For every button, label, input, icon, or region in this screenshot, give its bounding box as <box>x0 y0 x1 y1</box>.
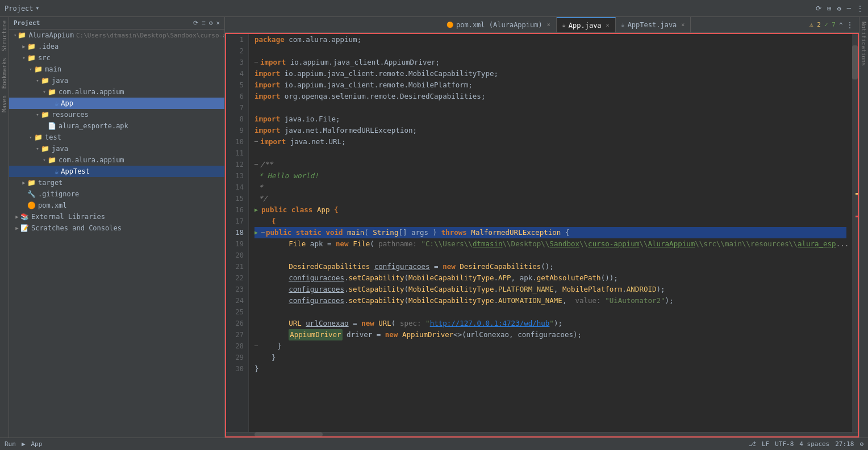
ln-6: 6 <box>231 91 244 102</box>
code-line-17: { <box>254 216 846 227</box>
tab-apptest-close[interactable]: × <box>681 22 685 28</box>
expand-idea: ▶ <box>20 44 27 49</box>
code-line-16: ▶ public class App { <box>254 204 846 216</box>
sidebar-cog-icon[interactable]: ⚙ <box>209 19 213 27</box>
expand-main: ▾ <box>27 66 34 72</box>
expand-src: ▾ <box>20 55 27 61</box>
success-badge: ✓ 7 <box>824 21 836 28</box>
tab-bar-right: ⚠ 2 ✓ 7 ⌃ ⋮ <box>809 17 859 32</box>
maven-tab[interactable]: Maven <box>0 92 9 116</box>
tree-item-gitignore[interactable]: 🔧 .gitignore <box>9 188 224 200</box>
expand-test: ▾ <box>27 134 34 140</box>
tree-item-app[interactable]: ☕ App <box>9 98 224 109</box>
code-line-27: AppiumDriver driver = new AppiumDriver<>… <box>254 329 846 340</box>
code-line-23: configuracoes.setCapability(MobileCapabi… <box>254 284 846 295</box>
sync-icon[interactable]: ⟳ <box>816 5 821 12</box>
folder-icon-idea: 📁 <box>27 43 36 51</box>
ln-25: 25 <box>231 306 244 318</box>
folder-icon-com-alura: 📁 <box>48 88 56 96</box>
code-line-21: DesiredCapabilities configuracoes = new … <box>254 261 846 272</box>
run-arrow-18: ▶ <box>254 227 258 238</box>
project-dropdown-arrow[interactable]: ▾ <box>36 5 40 12</box>
ln-27: 27 <box>231 329 244 340</box>
test-label: test <box>45 133 61 141</box>
ln-12: 12 <box>231 159 244 170</box>
ln-23: 23 <box>231 284 244 295</box>
code-line-4: import io.appium.java_client.remote.Mobi… <box>254 68 846 79</box>
settings-bottom-icon[interactable]: ⚙ <box>859 440 863 448</box>
tab-app-close[interactable]: × <box>606 22 610 28</box>
vertical-scroll-thumb[interactable] <box>852 45 858 79</box>
tree-item-target[interactable]: ▶ 📁 target <box>9 177 224 188</box>
more-tabs-icon[interactable]: ⋮ <box>846 21 853 29</box>
vertical-scrollbar[interactable] <box>852 34 858 432</box>
git-branch-icon: ⎇ <box>749 440 756 448</box>
code-line-8: import java.io.File; <box>254 113 846 125</box>
tree-item-test[interactable]: ▾ 📁 test <box>9 132 224 143</box>
encoding-label: UTF-8 <box>775 440 794 448</box>
notifications-tab[interactable]: Notifications <box>859 19 868 68</box>
tab-pom[interactable]: 🟠 pom.xml (AluraAppium) × <box>441 17 557 32</box>
tab-pom-close[interactable]: × <box>547 22 550 28</box>
app-label: App <box>61 99 73 107</box>
code-line-30: } <box>254 363 846 375</box>
code-line-13: * Hello world! <box>254 170 846 182</box>
target-label: target <box>38 179 62 187</box>
tree-item-resources[interactable]: ▾ 📁 resources <box>9 109 224 120</box>
bookmarks-tab[interactable]: Bookmarks <box>0 54 9 92</box>
tree-item-apk[interactable]: 📄 alura_esporte.apk <box>9 120 224 132</box>
sidebar-close-icon[interactable]: × <box>216 19 220 27</box>
code-line-24: configuracoes.setCapability(MobileCapabi… <box>254 295 846 306</box>
code-line-5: import io.appium.java_client.remote.Mobi… <box>254 79 846 91</box>
ln-2: 2 <box>231 45 244 57</box>
tree-item-main[interactable]: ▾ 📁 main <box>9 64 224 75</box>
ln-7: 7 <box>231 102 244 113</box>
structure-tab[interactable]: Structure <box>0 17 9 54</box>
ln-19: 19 <box>231 238 244 250</box>
tree-item-com-alura[interactable]: ▾ 📁 com.alura.appium <box>9 86 224 98</box>
expand-scratches: ▶ <box>14 225 20 231</box>
sidebar-sync-icon[interactable]: ⟳ <box>193 19 198 27</box>
expand-java: ▾ <box>34 78 41 83</box>
apptest-label: AppTest <box>61 167 90 175</box>
tree-item-root[interactable]: ▾ 📁 AluraAppium C:\Users\dtmasin\Desktop… <box>9 30 224 41</box>
code-line-7 <box>254 102 846 113</box>
main-label: main <box>45 65 61 73</box>
ln-9: 9 <box>231 125 244 136</box>
tree-item-idea[interactable]: ▶ 📁 .idea <box>9 41 224 52</box>
ln-5: 5 <box>231 79 244 91</box>
tree-item-scratches[interactable]: ▶ 📝 Scratches and Consoles <box>9 222 224 234</box>
file-icon-apptest: ☕ <box>55 167 59 175</box>
code-line-26: URL urlConexao = new URL( spec: "http://… <box>254 318 846 329</box>
tree-item-com-alura-test[interactable]: ▾ 📁 com.alura.appium <box>9 154 224 166</box>
folder-icon-resources: 📁 <box>41 111 49 119</box>
root-label: AluraAppium <box>28 31 73 39</box>
more-icon[interactable]: ⋮ <box>857 5 863 12</box>
right-sidebar: Notifications <box>859 17 868 438</box>
tree-item-src[interactable]: ▾ 📁 src <box>9 52 224 64</box>
expand-icon[interactable]: ⌃ <box>839 21 843 29</box>
top-bar: Project ▾ ⟳ ⊞ ⚙ ─ ⋮ <box>0 0 868 17</box>
tree-item-pom[interactable]: 🟠 pom.xml <box>9 200 224 211</box>
warnings-badge: ⚠ 2 <box>809 21 821 28</box>
gitignore-label: .gitignore <box>38 190 79 198</box>
file-icon-app: ☕ <box>55 99 59 107</box>
expand-com-alura-test: ▾ <box>41 157 48 163</box>
minimize-icon[interactable]: ─ <box>847 5 851 12</box>
tree-item-java-test[interactable]: ▾ 📁 java <box>9 143 224 154</box>
horizontal-scrollbar[interactable] <box>226 432 858 436</box>
tab-app[interactable]: ☕ App.java × <box>557 17 616 32</box>
horizontal-scroll-thumb[interactable] <box>254 432 323 436</box>
spaces-label: 4 spaces <box>799 440 829 448</box>
code-line-28: ─ } <box>254 340 846 352</box>
tab-bar: 🟠 pom.xml (AluraAppium) × ☕ App.java × ☕… <box>225 17 859 33</box>
tree-item-java[interactable]: ▾ 📁 java <box>9 75 224 86</box>
tab-apptest[interactable]: ☕ AppTest.java × <box>616 17 691 32</box>
tab-app-icon: ☕ <box>562 22 566 28</box>
settings-icon[interactable]: ⚙ <box>837 5 841 12</box>
layout-icon[interactable]: ⊞ <box>827 5 831 12</box>
sidebar-filter-icon[interactable]: ≡ <box>202 19 206 27</box>
tree-item-external-libs[interactable]: ▶ 📚 External Libraries <box>9 211 224 222</box>
code-content[interactable]: package com.alura.appium; ─ import io.ap… <box>249 34 852 432</box>
tree-item-apptest[interactable]: ☕ AppTest <box>9 166 224 177</box>
